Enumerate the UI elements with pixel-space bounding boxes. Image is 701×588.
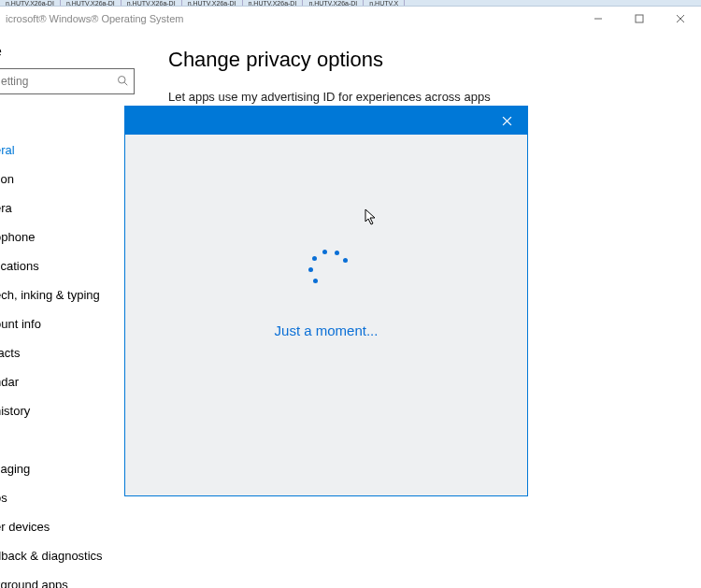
window-controls <box>578 7 701 31</box>
dialog-close-button[interactable] <box>486 107 527 135</box>
home-link[interactable]: e <box>0 44 150 68</box>
svg-line-5 <box>124 82 127 85</box>
taskbar-item: n.HUTV.X26a-DI <box>122 0 182 6</box>
taskbar-item: n.HUTV.X26a-DI <box>243 0 304 6</box>
search-placeholder: etting <box>1 75 28 88</box>
loading-spinner-icon <box>304 246 349 291</box>
taskbar-item: n.HUTV.X26a-DI <box>61 0 122 6</box>
loading-message: Just a moment... <box>275 323 379 338</box>
taskbar-strip: n.HUTV.X26a-DI n.HUTV.X26a-DI n.HUTV.X26… <box>0 0 701 7</box>
maximize-button[interactable] <box>619 7 660 31</box>
window-titlebar: icrosoft® Windows® Operating System <box>0 7 701 31</box>
close-button[interactable] <box>660 7 701 31</box>
setting-desc-line1: Let apps use my advertising ID for exper… <box>168 90 491 104</box>
sidebar-item-feedback[interactable]: dback & diagnostics <box>0 541 150 570</box>
svg-point-4 <box>119 76 126 83</box>
taskbar-item: n.HUTV.X26a-DI <box>182 0 243 6</box>
search-input[interactable]: etting <box>0 68 135 94</box>
sidebar-item-other-devices[interactable]: er devices <box>0 512 150 541</box>
search-icon <box>117 75 128 89</box>
svg-rect-1 <box>636 15 643 22</box>
minimize-button[interactable] <box>578 7 619 31</box>
window-title: icrosoft® Windows® Operating System <box>6 13 183 24</box>
settings-window: icrosoft® Windows® Operating System e et… <box>0 7 701 588</box>
taskbar-item: n.HUTV.X26a-DI <box>303 0 364 6</box>
taskbar-item: n.HUTV.X26a-DI <box>0 0 61 6</box>
loading-dialog: Just a moment... <box>124 106 528 496</box>
taskbar-item: n.HUTV.X <box>364 0 405 6</box>
sidebar-item-background-apps[interactable]: kground apps <box>0 570 150 588</box>
page-heading: Change privacy options <box>168 48 682 72</box>
dialog-titlebar <box>125 107 527 135</box>
dialog-body: Just a moment... <box>125 135 527 495</box>
